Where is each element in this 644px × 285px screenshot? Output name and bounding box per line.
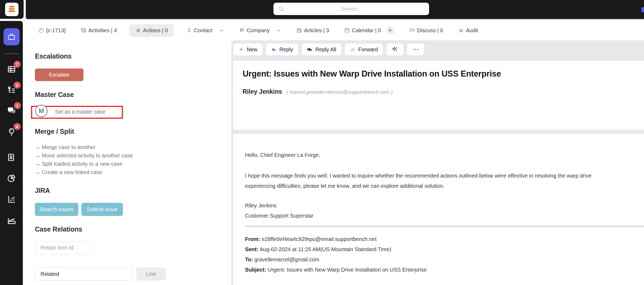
meta-label: Sent: [245,246,258,252]
chevron-down-icon[interactable] [219,28,224,33]
tab-label: Contact [194,27,213,34]
left-navigation-rail: 7 2 1 [0,21,23,285]
split-activity-link[interactable]: →Split loaded activity to a new case [35,161,122,167]
tab-label: Company [247,27,270,34]
jira-search-issues-button[interactable]: Search issues [35,203,78,216]
merge-case-link[interactable]: →Merge case to another [35,144,96,150]
calendar-icon [344,27,350,33]
email-header-card: Urgent: Issues with New Warp Drive Insta… [233,60,644,130]
tab-articles[interactable]: Articles | 3 [294,24,332,37]
tab-discuss[interactable]: Discuss | 0 [407,24,446,37]
ellipsis-icon [412,47,419,52]
arrow-right-icon: → [35,153,40,158]
case-relations-heading: Case Relations [35,225,82,233]
tab-label: [c-1713] [46,27,65,34]
rail-item-ideas[interactable]: 4 [0,127,23,136]
email-body-card: Hello, Chief Engineer La Forge, I hope t… [233,134,644,285]
app-window: 7 2 1 [0,0,644,285]
global-search[interactable] [273,3,429,15]
reply-all-icon [307,46,313,52]
button-label: Reply All [315,46,336,53]
button-label: New [247,46,257,53]
plus-icon [239,47,244,52]
rail-item-hierarchy[interactable]: 2 [0,85,23,95]
reply-button[interactable]: Reply [266,44,298,55]
tab-label: Articles | 3 [304,27,329,34]
link-button[interactable]: Link [136,268,166,280]
rail-item-health[interactable] [0,216,23,226]
people-icon [239,27,245,33]
notification-badge: 2 [14,82,21,89]
more-options-button[interactable] [407,44,424,55]
article-icon [296,27,302,33]
chat-icon: 1 [6,106,17,116]
meta-value: e28ffe0ef4ea4c929rpu@email.supportbench.… [262,236,376,242]
master-case-icon[interactable]: M [35,105,47,117]
bug-icon [458,27,464,33]
case-actions-panel: Escalations Escalate Master Case M Set a… [23,41,231,285]
tab-case-id[interactable]: [c-1713] [36,24,68,37]
relation-type-input[interactable] [35,268,132,280]
topbar-cropped-button[interactable] [641,7,644,12]
mail-icon [80,27,86,33]
search-input[interactable] [273,3,429,15]
forward-button[interactable]: Forward [345,44,383,55]
tab-audit[interactable]: Audit [455,24,481,37]
tab-activities[interactable]: Activities | 4 [78,24,119,37]
meta-value: Urgent: Issues with New Warp Drive Insta… [268,267,427,273]
new-button[interactable]: New [233,44,262,55]
notification-badge: 4 [14,123,21,130]
link-label: Merge case to another [42,144,96,150]
escalate-button[interactable]: Escalate [35,68,83,81]
email-sender: Riley Jenkins ( marcel.gravelle+demos@su… [243,88,393,95]
meta-to: To: gravellemarcel@gmail.com [245,257,319,263]
app-logo[interactable] [0,0,24,19]
arrow-right-icon: → [35,161,40,167]
table-icon: 7 [7,64,16,74]
rail-item-analytics[interactable] [0,194,23,204]
reply-icon [271,47,277,52]
set-master-case-action[interactable]: Set as a master case [55,109,105,115]
button-label: Forward [358,46,378,53]
gear-icon [135,27,141,33]
forward-icon [350,47,356,52]
create-linked-case-link[interactable]: →Create a new linked case [35,169,102,175]
reply-all-button[interactable]: Reply All [302,44,341,55]
email-paragraph-line2: experiencing difficulties, please let me… [245,183,444,189]
meta-label: From: [245,236,260,242]
escalations-heading: Escalations [35,52,72,60]
rail-item-tables[interactable]: 7 [0,64,23,74]
move-activity-link[interactable]: →Move selected activity to another case [35,153,133,159]
chevron-down-icon[interactable] [276,28,281,33]
notification-badge: 1 [14,102,21,109]
email-paragraph-line1: I hope this message finds you well. I wa… [245,173,591,179]
jira-submit-issue-button[interactable]: Submit issue [81,203,123,216]
add-calendar-button[interactable]: + [386,26,394,34]
link-label: Move selected activity to another case [42,153,133,158]
tab-label: Activities | 4 [88,27,117,34]
button-label: Reply [279,46,293,53]
rail-item-cases[interactable] [0,28,23,45]
notification-badge: 7 [14,61,21,68]
person-icon [186,27,192,33]
tab-actions[interactable]: Actions | 0 [129,24,174,37]
relate-item-id-input[interactable] [35,241,94,254]
tab-company[interactable]: Company [236,24,284,37]
sender-email: ( marcel.gravelle+demos@supportbench.com… [286,89,393,95]
rail-item-contacts[interactable] [0,153,23,162]
sender-name: Riley Jenkins [243,88,282,95]
meta-subject: Subject: Urgent: Issues with New Warp Dr… [245,267,427,273]
supportbench-logo-icon [5,3,19,16]
arrow-right-icon: → [35,144,40,150]
pie-chart-icon [7,174,16,183]
ai-assist-button[interactable] [386,44,404,55]
briefcase-icon [38,27,44,33]
tab-calendar[interactable]: Calendar | 0 + [341,23,397,38]
tab-contact[interactable]: Contact [184,24,227,37]
meta-from: From: e28ffe0ef4ea4c929rpu@email.support… [245,236,376,242]
link-label: Split loaded activity to a new case [42,161,122,167]
rail-item-reports[interactable] [0,174,23,183]
hierarchy-icon: 2 [7,85,16,95]
tab-label: Calendar | 0 [352,27,381,34]
rail-item-messages[interactable]: 1 [0,106,23,116]
